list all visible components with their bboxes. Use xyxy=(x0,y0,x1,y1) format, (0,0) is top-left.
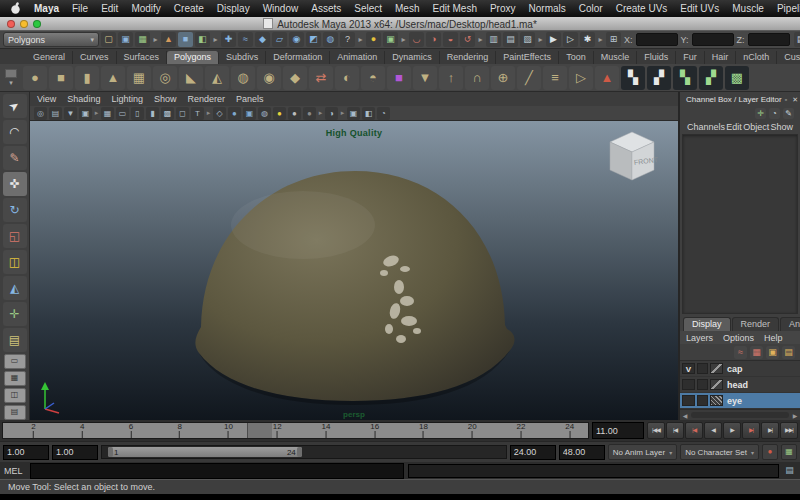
split-polygon-icon[interactable]: ╱ xyxy=(517,66,541,90)
channel-settings-icon[interactable]: ✎ xyxy=(783,108,794,119)
script-editor-icon[interactable]: ▤ xyxy=(783,464,796,477)
command-line-language-label[interactable]: MEL xyxy=(4,466,26,476)
single-pane-layout-button[interactable]: ▭ xyxy=(4,354,26,369)
time-slider-track[interactable]: 24681012141618202224 xyxy=(2,422,589,439)
reflection-icon[interactable]: ◒ xyxy=(443,32,458,47)
gate-mask-icon[interactable]: ▮ xyxy=(146,107,159,120)
film-gate-icon[interactable]: ▭ xyxy=(116,107,129,120)
shelf-tab-animation[interactable]: Animation xyxy=(330,51,385,64)
channel-speed-icon[interactable]: ◔ xyxy=(769,108,780,119)
combine-icon[interactable]: ⇄ xyxy=(309,66,333,90)
menubar-item-window[interactable]: Window xyxy=(263,3,299,14)
shadows-icon[interactable]: ◑ xyxy=(325,107,338,120)
shelf-tab-curves[interactable]: Curves xyxy=(73,51,117,64)
insert-edge-loop-icon[interactable]: ≡ xyxy=(543,66,567,90)
resolution-gate-icon[interactable]: ▯ xyxy=(131,107,144,120)
character-set-selector[interactable]: No Character Set ▾ xyxy=(680,444,759,460)
menu-set-selector[interactable]: Polygons ▾ xyxy=(3,32,99,47)
step-back-one-key-button[interactable]: |◀ xyxy=(666,422,684,439)
playback-range-bar[interactable]: 1 24 xyxy=(108,447,302,457)
animation-end-field[interactable] xyxy=(559,445,605,460)
universal-manipulator-tool[interactable]: ◫ xyxy=(3,250,27,274)
select-by-input-icon[interactable]: ⊞ xyxy=(606,32,621,47)
make-live-icon[interactable]: ◉ xyxy=(289,32,304,47)
poly-cone-icon[interactable]: ▲ xyxy=(101,66,125,90)
shelf-tab-hair[interactable]: Hair xyxy=(705,51,737,64)
magnet-snap-icon[interactable]: ◡ xyxy=(409,32,424,47)
poly-pipe-icon[interactable]: ◍ xyxy=(231,66,255,90)
apple-menu[interactable] xyxy=(10,2,21,16)
coord-z-input[interactable] xyxy=(748,33,790,46)
auto-keyframe-toggle-icon[interactable]: ● xyxy=(762,444,778,460)
four-pane-layout-button[interactable]: ▦ xyxy=(4,371,26,386)
group-collapse-icon[interactable]: ▸ xyxy=(597,35,604,44)
panel-menu-view[interactable]: View xyxy=(37,94,56,104)
layer-swatch[interactable] xyxy=(710,395,723,406)
select-camera-icon[interactable]: ◎ xyxy=(34,107,47,120)
attribute-editor-toggle-icon[interactable]: ▤ xyxy=(794,32,800,47)
uv-texture-editor-icon[interactable]: ▩ xyxy=(725,66,749,90)
render-current-frame-icon[interactable]: ▶ xyxy=(546,32,561,47)
show-manipulator-tool[interactable]: ✛ xyxy=(3,302,27,326)
layer-color-toggle[interactable] xyxy=(697,395,708,406)
safe-action-icon[interactable]: ◻ xyxy=(176,107,189,120)
window-title-bar[interactable]: Autodesk Maya 2013 x64: /Users/mac/Deskt… xyxy=(0,17,800,31)
snap-grid-icon[interactable]: ✚ xyxy=(221,32,236,47)
group-collapse-icon[interactable]: ▸ xyxy=(152,35,159,44)
menubar-item-edit-uvs[interactable]: Edit UVs xyxy=(680,3,719,14)
persp-outliner-layout-button[interactable]: ◫ xyxy=(4,388,26,403)
render-settings-icon[interactable]: ✱ xyxy=(580,32,595,47)
channel-manip-icon[interactable]: ✛ xyxy=(755,108,766,119)
poly-pyramid-icon[interactable]: ◭ xyxy=(205,66,229,90)
layer-swatch[interactable] xyxy=(710,363,723,374)
channel-menu-object[interactable]: Object xyxy=(743,122,769,132)
safe-title-icon[interactable]: T xyxy=(191,107,204,120)
snap-together-icon[interactable]: ◩ xyxy=(306,32,321,47)
booleans-icon[interactable]: ◓ xyxy=(361,66,385,90)
layer-tab-display[interactable]: Display xyxy=(683,317,731,331)
snap-point-icon[interactable]: ◆ xyxy=(255,32,270,47)
shelf-tab-fur[interactable]: Fur xyxy=(676,51,705,64)
shelf-tab-toon[interactable]: Toon xyxy=(559,51,594,64)
camera-attributes-icon[interactable]: ▤ xyxy=(49,107,62,120)
layer-menu-options[interactable]: Options xyxy=(723,333,754,343)
grid-toggle-icon[interactable]: ▦ xyxy=(101,107,114,120)
step-forward-one-frame-button[interactable]: ▶| xyxy=(742,422,760,439)
anim-layer-selector[interactable]: No Anim Layer ▾ xyxy=(608,444,677,460)
layer-swatch[interactable] xyxy=(710,379,723,390)
lasso-select-tool[interactable]: ◠ xyxy=(3,120,27,144)
panel-menu-shading[interactable]: Shading xyxy=(67,94,100,104)
shelf-tab-subdivs[interactable]: Subdivs xyxy=(219,51,266,64)
shelf-tab-painteffects[interactable]: PaintEffects xyxy=(496,51,559,64)
select-object-icon[interactable]: ■ xyxy=(178,32,193,47)
menubar-item-edit-mesh[interactable]: Edit Mesh xyxy=(432,3,476,14)
group-collapse-icon[interactable]: ▸ xyxy=(477,35,484,44)
panel-menu-lighting[interactable]: Lighting xyxy=(111,94,143,104)
save-scene-icon[interactable]: ▦ xyxy=(135,32,150,47)
menubar-item-color[interactable]: Color xyxy=(579,3,603,14)
play-forwards-button[interactable]: ▶ xyxy=(723,422,741,439)
automatic-mapping-icon[interactable]: ▞ xyxy=(699,66,723,90)
merge-vertices-icon[interactable]: ⊕ xyxy=(491,66,515,90)
current-frame-marker[interactable] xyxy=(247,423,272,438)
layer-membership-icon[interactable]: ▦ xyxy=(750,346,763,359)
sculpt-geometry-icon[interactable]: ▲ xyxy=(595,66,619,90)
command-line-input[interactable] xyxy=(30,463,404,479)
menubar-item-normals[interactable]: Normals xyxy=(529,3,566,14)
poly-prism-icon[interactable]: ◣ xyxy=(179,66,203,90)
panel-menu-show[interactable]: Show xyxy=(154,94,177,104)
planar-mapping-icon[interactable]: ▚ xyxy=(621,66,645,90)
select-hierarchy-icon[interactable]: ▲ xyxy=(161,32,176,47)
coord-y-input[interactable] xyxy=(692,33,734,46)
poly-plane-icon[interactable]: ▦ xyxy=(127,66,151,90)
soft-modification-tool[interactable]: ◭ xyxy=(3,276,27,300)
menubar-item-display[interactable]: Display xyxy=(217,3,250,14)
layer-list-scrollbar[interactable]: ◀ ▶ xyxy=(680,409,800,420)
animation-preferences-icon[interactable]: ▦ xyxy=(781,444,797,460)
coord-x-input[interactable] xyxy=(636,33,678,46)
shelf-tab-dynamics[interactable]: Dynamics xyxy=(385,51,440,64)
create-layer-from-selected-icon[interactable]: ▤ xyxy=(782,346,795,359)
scroll-right-icon[interactable]: ▶ xyxy=(790,412,800,419)
use-default-material-icon[interactable]: ◍ xyxy=(258,107,271,120)
isolate-select-icon[interactable]: ▣ xyxy=(347,107,360,120)
